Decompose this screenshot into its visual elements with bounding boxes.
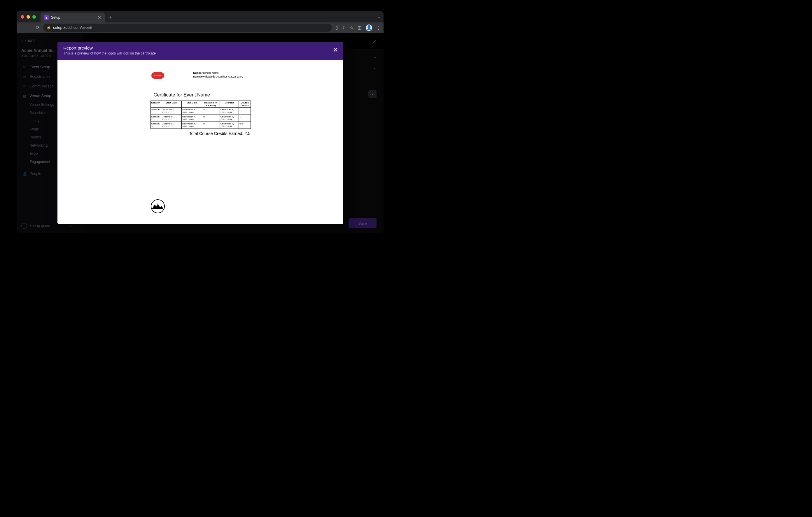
new-tab-button[interactable]: ＋ — [108, 13, 113, 21]
tab-overflow-icon[interactable]: ⌄ — [377, 14, 381, 19]
tab-favicon: z — [44, 15, 49, 20]
lock-icon: 🔒 — [47, 26, 51, 29]
cell-credits: 0.5 — [239, 122, 251, 128]
certificate-header: ACME Name: Attendee Name Date Downloaded… — [150, 71, 251, 79]
table-row: Session 1December 7, 2022 10:01December … — [150, 108, 251, 115]
modal-close-button[interactable]: ✕ — [333, 47, 338, 53]
panel-icon[interactable]: ◫ — [357, 25, 362, 30]
certificate-meta: Name: Attendee Name Date Downloaded: Dec… — [193, 71, 243, 79]
toolbar-actions: ▯ ⇪ ☆ ◫ 👤 ⋮ — [336, 25, 381, 31]
table-header-row: Session Start Date End Date Duration (in… — [150, 101, 251, 108]
window-controls — [21, 15, 36, 19]
back-button[interactable]: ← — [20, 25, 24, 30]
page-content: ‹zuddl Acme Annual Su Sun, Jun 18, 10:00… — [17, 33, 383, 233]
table-row: Session 3December 7, 2022 10:01December … — [150, 122, 251, 128]
mountain-logo — [151, 199, 165, 213]
cell-duration: 40 — [202, 122, 220, 128]
maximize-window-button[interactable] — [32, 15, 36, 19]
cell-credits: 1 — [239, 108, 251, 115]
th-session: Session — [150, 101, 161, 108]
page-icon[interactable]: ▯ — [336, 25, 338, 30]
browser-tab[interactable]: z Setup ✕ — [40, 12, 105, 23]
cell-end: December 7, 2022 10:01 — [181, 122, 202, 128]
kebab-menu-icon[interactable]: ⋮ — [376, 25, 381, 30]
browser-toolbar: ← → ⟳ 🔒 setup.zuddl.com/event/ ▯ ⇪ ☆ ◫ 👤… — [17, 23, 383, 33]
tab-title: Setup — [51, 16, 95, 20]
certificate-page: ACME Name: Attendee Name Date Downloaded… — [146, 64, 255, 218]
address-bar[interactable]: 🔒 setup.zuddl.com/event/ — [43, 24, 332, 32]
cell-duration: 40 — [202, 115, 220, 122]
th-duration: Duration (in minuets) — [202, 101, 220, 108]
modal-subtitle: This is a preview of how the logos will … — [63, 51, 338, 55]
certificate-total: Total Course Credits Earned: 2.5 — [150, 131, 251, 136]
th-granted: Granted — [220, 101, 239, 108]
minimize-window-button[interactable] — [27, 15, 30, 19]
cell-end: December 7, 2022 10:01 — [181, 115, 202, 122]
browser-window: z Setup ✕ ＋ ⌄ ← → ⟳ 🔒 setup.zuddl.com/ev… — [17, 11, 383, 233]
bookmark-icon[interactable]: ☆ — [350, 25, 353, 30]
cell-start: December 7, 2022 10:01 — [161, 115, 181, 122]
th-end: End Date — [181, 101, 202, 108]
modal-header: Report preview This is a preview of how … — [57, 42, 343, 60]
cell-granted: December 7, 2022 10:01 — [220, 122, 239, 128]
modal-title: Report preview — [63, 45, 338, 51]
forward-button[interactable]: → — [28, 25, 32, 30]
certificate-table: Session Start Date End Date Duration (in… — [150, 100, 251, 129]
url-text: setup.zuddl.com/event/ — [53, 25, 92, 30]
tab-close-icon[interactable]: ✕ — [98, 15, 101, 20]
certificate-title: Certificate for Event Name — [154, 92, 251, 98]
cell-session: Session 3 — [150, 122, 161, 128]
report-preview-modal: Report preview This is a preview of how … — [57, 42, 343, 224]
th-start: Start Date — [161, 101, 181, 108]
share-icon[interactable]: ⇪ — [342, 25, 346, 30]
reload-button[interactable]: ⟳ — [36, 25, 40, 30]
cell-start: December 7, 2022 10:01 — [161, 122, 181, 128]
close-window-button[interactable] — [21, 15, 24, 19]
acme-logo: ACME — [151, 72, 164, 79]
cell-granted: December 7, 2022 10:01 — [220, 108, 239, 115]
cell-credits: 1 — [239, 115, 251, 122]
cell-granted: December 7, 2022 10:01 — [220, 115, 239, 122]
table-row: Session 2December 7, 2022 10:01December … — [150, 115, 251, 122]
cell-start: December 7, 2022 10:01 — [161, 108, 181, 115]
profile-icon[interactable]: 👤 — [366, 25, 372, 31]
cell-session: Session 1 — [150, 108, 161, 115]
cell-duration: 40 — [202, 108, 220, 115]
th-credits: Course Credits — [239, 101, 251, 108]
cell-session: Session 2 — [150, 115, 161, 122]
tab-strip: z Setup ✕ ＋ ⌄ — [17, 11, 383, 23]
modal-body: ACME Name: Attendee Name Date Downloaded… — [57, 60, 343, 224]
cell-end: December 7, 2022 10:01 — [181, 108, 202, 115]
